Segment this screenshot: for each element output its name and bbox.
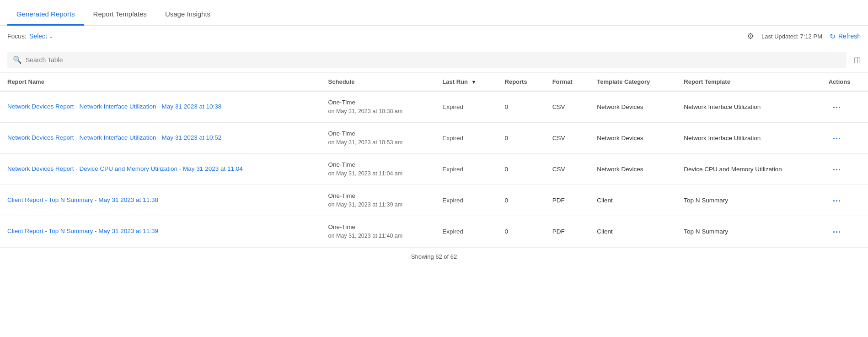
search-input-wrapper: 🔍 — [7, 52, 847, 68]
filter-icon[interactable]: ◫ — [854, 55, 861, 64]
cell-actions-3: ⋯ — [821, 185, 868, 216]
refresh-icon: ↻ — [830, 32, 836, 41]
cell-report-template-0: Network Interface Utilization — [676, 91, 821, 123]
cell-reports-0: 0 — [498, 91, 545, 123]
col-report-template: Report Template — [676, 73, 821, 91]
cell-actions-2: ⋯ — [821, 154, 868, 185]
toolbar: Focus: Select ⌄ ⚙ Last Updated: 7:12 PM … — [0, 26, 868, 47]
schedule-main-3: One-Time — [328, 191, 428, 201]
cell-template-category-3: Client — [589, 185, 676, 216]
search-icon: 🔍 — [13, 55, 22, 64]
cell-report-template-4: Top N Summary — [676, 216, 821, 247]
tab-generated-reports[interactable]: Generated Reports — [7, 3, 84, 26]
report-link-2[interactable]: Network Devices Report - Device CPU and … — [7, 165, 243, 172]
cell-report-template-3: Top N Summary — [676, 185, 821, 216]
schedule-main-4: One-Time — [328, 223, 428, 232]
actions-menu-button-0[interactable]: ⋯ — [829, 100, 844, 114]
cell-report-name-3: Client Report - Top N Summary - May 31 2… — [0, 185, 321, 216]
table-row: Network Devices Report - Network Interfa… — [0, 91, 868, 123]
cell-schedule-2: One-Time on May 31, 2023 at 11:04 am — [321, 154, 435, 185]
cell-actions-4: ⋯ — [821, 216, 868, 247]
showing-label: Showing 62 of 62 — [411, 253, 457, 260]
cell-schedule-0: One-Time on May 31, 2023 at 10:38 am — [321, 91, 435, 123]
col-format: Format — [545, 73, 590, 91]
cell-report-name-1: Network Devices Report - Network Interfa… — [0, 123, 321, 154]
actions-menu-button-3[interactable]: ⋯ — [829, 194, 844, 207]
cell-template-category-1: Network Devices — [589, 123, 676, 154]
schedule-main-0: One-Time — [328, 98, 428, 107]
cell-schedule-3: One-Time on May 31, 2023 at 11:39 am — [321, 185, 435, 216]
actions-menu-button-4[interactable]: ⋯ — [829, 225, 844, 239]
cell-template-category-0: Network Devices — [589, 91, 676, 123]
cell-template-category-2: Network Devices — [589, 154, 676, 185]
cell-last-run-2: Expired — [435, 154, 497, 185]
last-updated: Last Updated: 7:12 PM — [761, 33, 822, 40]
cell-last-run-3: Expired — [435, 185, 497, 216]
col-reports: Reports — [498, 73, 545, 91]
focus-label: Focus: — [7, 33, 27, 40]
col-schedule: Schedule — [321, 73, 435, 91]
tab-report-templates[interactable]: Report Templates — [84, 3, 156, 26]
refresh-label: Refresh — [838, 33, 861, 40]
col-report-name: Report Name — [0, 73, 321, 91]
cell-actions-0: ⋯ — [821, 91, 868, 123]
cell-last-run-4: Expired — [435, 216, 497, 247]
cell-format-0: CSV — [545, 91, 590, 123]
cell-format-1: CSV — [545, 123, 590, 154]
footer: Showing 62 of 62 — [0, 247, 868, 266]
report-link-3[interactable]: Client Report - Top N Summary - May 31 2… — [7, 196, 158, 203]
table-row: Client Report - Top N Summary - May 31 2… — [0, 185, 868, 216]
gear-icon[interactable]: ⚙ — [747, 31, 754, 41]
chevron-down-icon: ⌄ — [49, 33, 54, 39]
cell-report-name-2: Network Devices Report - Device CPU and … — [0, 154, 321, 185]
col-template-category: Template Category — [589, 73, 676, 91]
expired-badge-4: Expired — [442, 228, 463, 235]
cell-last-run-0: Expired — [435, 91, 497, 123]
cell-report-name-0: Network Devices Report - Network Interfa… — [0, 91, 321, 123]
actions-menu-button-1[interactable]: ⋯ — [829, 131, 844, 145]
cell-schedule-1: One-Time on May 31, 2023 at 10:53 am — [321, 123, 435, 154]
report-link-1[interactable]: Network Devices Report - Network Interfa… — [7, 134, 221, 141]
toolbar-right: ⚙ Last Updated: 7:12 PM ↻ Refresh — [747, 31, 861, 41]
expired-badge-2: Expired — [442, 166, 463, 173]
tab-usage-insights[interactable]: Usage Insights — [156, 3, 220, 26]
table-header: Report Name Schedule Last Run ▼ Reports … — [0, 73, 868, 91]
report-link-0[interactable]: Network Devices Report - Network Interfa… — [7, 103, 221, 110]
cell-report-template-1: Network Interface Utilization — [676, 123, 821, 154]
col-last-run[interactable]: Last Run ▼ — [435, 73, 497, 91]
schedule-sub-4: on May 31, 2023 at 11:40 am — [328, 232, 428, 240]
cell-reports-3: 0 — [498, 185, 545, 216]
schedule-main-2: One-Time — [328, 160, 428, 169]
search-input[interactable] — [26, 56, 841, 64]
cell-reports-4: 0 — [498, 216, 545, 247]
focus-area: Focus: Select ⌄ — [7, 33, 54, 40]
table-body: Network Devices Report - Network Interfa… — [0, 91, 868, 247]
cell-template-category-4: Client — [589, 216, 676, 247]
cell-format-3: PDF — [545, 185, 590, 216]
actions-menu-button-2[interactable]: ⋯ — [829, 163, 844, 176]
schedule-main-1: One-Time — [328, 129, 428, 138]
report-link-4[interactable]: Client Report - Top N Summary - May 31 2… — [7, 228, 158, 234]
cell-report-template-2: Device CPU and Memory Utilization — [676, 154, 821, 185]
cell-report-name-4: Client Report - Top N Summary - May 31 2… — [0, 216, 321, 247]
cell-format-2: CSV — [545, 154, 590, 185]
tabs-bar: Generated Reports Report Templates Usage… — [0, 0, 868, 26]
schedule-sub-1: on May 31, 2023 at 10:53 am — [328, 138, 428, 147]
focus-select[interactable]: Select ⌄ — [29, 33, 54, 40]
schedule-sub-3: on May 31, 2023 at 11:39 am — [328, 201, 428, 209]
schedule-sub-0: on May 31, 2023 at 10:38 am — [328, 107, 428, 116]
refresh-button[interactable]: ↻ Refresh — [830, 32, 861, 41]
expired-badge-3: Expired — [442, 197, 463, 204]
cell-schedule-4: One-Time on May 31, 2023 at 11:40 am — [321, 216, 435, 247]
search-area: 🔍 ◫ — [0, 47, 868, 73]
table-row: Network Devices Report - Device CPU and … — [0, 154, 868, 185]
cell-reports-1: 0 — [498, 123, 545, 154]
table-wrapper: Report Name Schedule Last Run ▼ Reports … — [0, 73, 868, 247]
reports-table: Report Name Schedule Last Run ▼ Reports … — [0, 73, 868, 247]
expired-badge-0: Expired — [442, 103, 463, 110]
table-container: Report Name Schedule Last Run ▼ Reports … — [0, 73, 868, 247]
table-row: Client Report - Top N Summary - May 31 2… — [0, 216, 868, 247]
expired-badge-1: Expired — [442, 135, 463, 141]
sort-arrow-icon: ▼ — [472, 79, 477, 85]
col-actions: Actions — [821, 73, 868, 91]
